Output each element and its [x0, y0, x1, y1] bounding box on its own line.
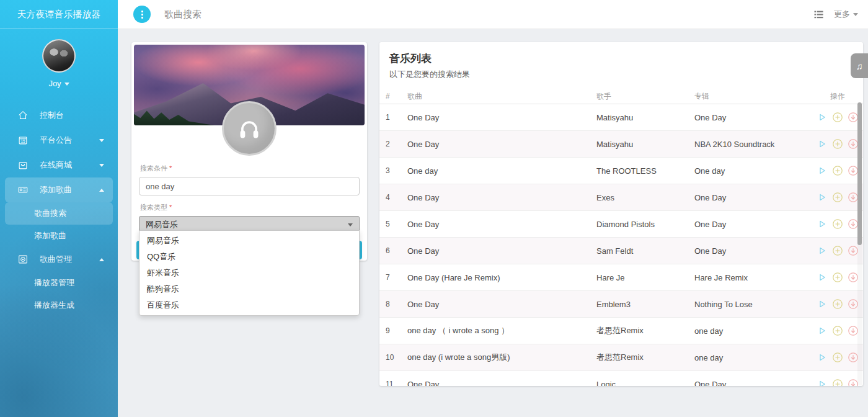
dropdown-option[interactable]: QQ音乐	[140, 249, 359, 265]
row-album: one day	[694, 353, 815, 362]
more-label: 更多	[834, 9, 850, 20]
table-row: 10 one day (i wrote a song男版) 者思范Remix o…	[379, 344, 863, 371]
play-icon[interactable]	[817, 165, 828, 176]
sidebar-item-label: 平台公告	[40, 135, 72, 146]
info-button[interactable]	[133, 6, 151, 23]
play-icon[interactable]	[817, 272, 828, 283]
disc-icon	[17, 254, 30, 265]
info-icon	[141, 14, 143, 16]
add-icon[interactable]	[832, 352, 843, 363]
row-artist: Hare Je	[596, 273, 694, 282]
add-icon[interactable]	[832, 379, 843, 386]
row-song: One Day	[407, 113, 596, 122]
sidebar-item-add-song[interactable]: 添加歌曲	[5, 225, 113, 247]
row-song: One day	[407, 166, 596, 176]
required-mark: *	[169, 204, 172, 211]
chevron-down-icon	[99, 164, 104, 167]
add-icon[interactable]	[832, 245, 843, 256]
col-song: 歌曲	[407, 91, 596, 102]
add-icon[interactable]	[832, 325, 843, 336]
add-icon[interactable]	[832, 165, 843, 176]
row-song: One Day (Hare Je Remix)	[407, 273, 596, 282]
dropdown-option[interactable]: 网易音乐	[140, 233, 359, 249]
shop-bag-icon	[17, 159, 30, 171]
scrollbar-thumb[interactable]	[857, 102, 862, 245]
add-icon[interactable]	[832, 138, 843, 150]
row-artist: Emblem3	[596, 300, 694, 309]
row-artist: Matisyahu	[596, 140, 694, 149]
row-index: 5	[386, 220, 407, 228]
dropdown-option[interactable]: 酷狗音乐	[140, 281, 359, 297]
music-list-panel: 音乐列表 以下是您要的搜索结果 # 歌曲 歌手 专辑 操作 1 One Day …	[379, 42, 863, 386]
row-album: NBA 2K10 Soundtrack	[694, 140, 815, 149]
sidebar-item-song-search[interactable]: 歌曲搜索	[5, 202, 113, 225]
dropdown-option[interactable]: 百度音乐	[140, 297, 359, 313]
play-icon[interactable]	[817, 379, 828, 386]
more-menu[interactable]: 更多	[834, 9, 858, 20]
row-index: 11	[386, 380, 407, 386]
add-icon[interactable]	[832, 112, 843, 123]
headphones-badge	[222, 101, 277, 156]
sidebar-item-label: 在线商城	[40, 159, 72, 171]
music-note-tab[interactable]: ♫	[851, 53, 868, 78]
list-icon[interactable]	[813, 9, 825, 20]
sidebar-item-song-management[interactable]: 歌曲管理	[5, 247, 113, 272]
search-type-dropdown: 网易音乐QQ音乐虾米音乐酷狗音乐百度音乐	[139, 230, 360, 316]
add-icon[interactable]	[832, 272, 843, 283]
col-artist: 歌手	[596, 91, 694, 102]
sidebar-item-add-songs-group[interactable]: 添加歌曲	[5, 177, 113, 202]
sidebar-item-console[interactable]: 控制台	[5, 103, 113, 128]
play-icon[interactable]	[817, 218, 828, 230]
sidebar-item-label: 歌曲管理	[40, 254, 72, 265]
user-name: Joy	[48, 79, 61, 88]
sidebar-item-label: 播放器生成	[34, 300, 74, 311]
chevron-down-icon	[64, 83, 69, 86]
table-row: 11 One Day Logic One Day	[379, 371, 863, 386]
sidebar-item-player-generate[interactable]: 播放器生成	[5, 294, 113, 316]
play-icon[interactable]	[817, 192, 828, 203]
chevron-down-icon	[99, 139, 104, 142]
sidebar-item-player-management[interactable]: 播放器管理	[5, 272, 113, 294]
row-index: 6	[386, 246, 407, 255]
play-icon[interactable]	[817, 112, 828, 123]
row-song: One Day	[407, 193, 596, 202]
app-title: 天方夜谭音乐播放器	[0, 0, 118, 29]
table-row: 2 One Day Matisyahu NBA 2K10 Soundtrack	[379, 131, 863, 158]
col-actions: 操作	[815, 91, 863, 102]
sidebar: 天方夜谭音乐播放器 Joy 控制台 15 平台公告 在线商城	[0, 0, 118, 417]
table-row: 1 One Day Matisyahu One Day	[379, 104, 863, 131]
play-icon[interactable]	[817, 325, 828, 336]
dropdown-option[interactable]: 虾米音乐	[140, 265, 359, 281]
play-icon[interactable]	[817, 245, 828, 256]
music-list-subtitle: 以下是您要的搜索结果	[389, 69, 853, 80]
scrollbar-track	[857, 102, 862, 385]
row-song: One Day	[407, 220, 596, 229]
add-icon[interactable]	[832, 218, 843, 230]
row-artist: Sam Feldt	[596, 246, 694, 256]
user-menu[interactable]: Joy	[0, 79, 118, 88]
row-album: Nothing To Lose	[694, 300, 815, 309]
add-icon[interactable]	[832, 298, 843, 310]
sidebar-item-label: 歌曲搜索	[34, 208, 66, 219]
add-icon[interactable]	[832, 192, 843, 203]
row-index: 1	[386, 113, 407, 122]
sidebar-item-online-store[interactable]: 在线商城	[5, 153, 113, 177]
svg-text:15: 15	[20, 139, 25, 143]
row-album: One Day	[694, 246, 815, 256]
table-row: 8 One Day Emblem3 Nothing To Lose	[379, 291, 863, 318]
play-icon[interactable]	[817, 352, 828, 363]
sidebar-menu: 控制台 15 平台公告 在线商城 添加歌曲 歌曲搜索 添加歌曲	[0, 103, 118, 316]
play-icon[interactable]	[817, 138, 828, 150]
sidebar-item-label: 播放器管理	[34, 277, 74, 289]
row-song: One Day	[407, 300, 596, 309]
row-song: One Day	[407, 140, 596, 149]
col-album: 专辑	[694, 91, 815, 102]
table-row: 7 One Day (Hare Je Remix) Hare Je Hare J…	[379, 264, 863, 291]
table-row: 5 One Day Diamond Pistols One Day	[379, 211, 863, 238]
play-icon[interactable]	[817, 298, 828, 310]
row-index: 2	[386, 140, 407, 148]
search-keyword-input[interactable]	[139, 177, 360, 195]
row-album: One Day	[694, 380, 815, 387]
sidebar-item-announcements[interactable]: 15 平台公告	[5, 128, 113, 153]
chevron-up-icon	[99, 258, 104, 261]
